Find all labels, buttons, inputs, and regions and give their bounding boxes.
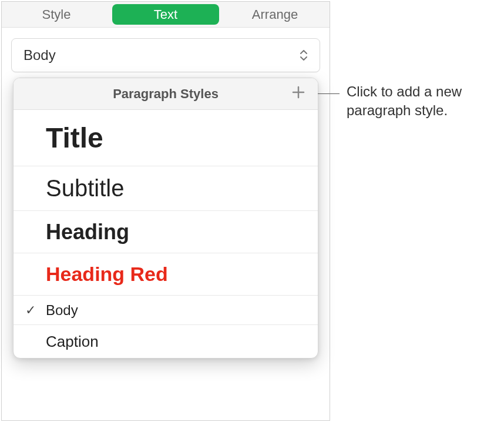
style-option-label: Body [46,302,78,319]
style-option-body[interactable]: ✓ Body [14,296,318,325]
dropdown-selected-label: Body [23,47,56,63]
style-option-title[interactable]: Title [14,110,318,166]
popover-title: Paragraph Styles [113,86,219,102]
paragraph-style-dropdown-wrap: Body [2,28,330,72]
paragraph-style-list: Title Subtitle Heading Heading Red ✓ Bod… [14,110,318,358]
style-option-caption[interactable]: Caption [14,325,318,358]
style-option-subtitle[interactable]: Subtitle [14,166,318,211]
style-option-label: Heading [46,220,129,245]
style-option-heading-red[interactable]: Heading Red [14,253,318,296]
style-option-label: Subtitle [46,175,124,202]
chevron-up-down-icon [300,50,308,61]
style-option-label: Heading Red [46,263,168,286]
paragraph-style-dropdown[interactable]: Body [11,38,320,72]
tab-arrange[interactable]: Arrange [221,4,328,25]
popover-header: Paragraph Styles [14,78,318,110]
style-option-label: Title [46,122,103,154]
inspector-tabs: Style Text Arrange [2,2,330,28]
add-paragraph-style-button[interactable] [290,85,307,103]
style-option-label: Caption [46,333,99,351]
tab-style[interactable]: Style [3,4,110,25]
checkmark-icon: ✓ [25,303,36,318]
style-option-heading[interactable]: Heading [14,211,318,253]
paragraph-styles-popover: Paragraph Styles Title Subtitle Heading … [13,78,318,359]
plus-icon [292,86,305,102]
tab-text[interactable]: Text [112,4,219,25]
callout-annotation: Click to add a new paragraph style. [347,82,499,120]
